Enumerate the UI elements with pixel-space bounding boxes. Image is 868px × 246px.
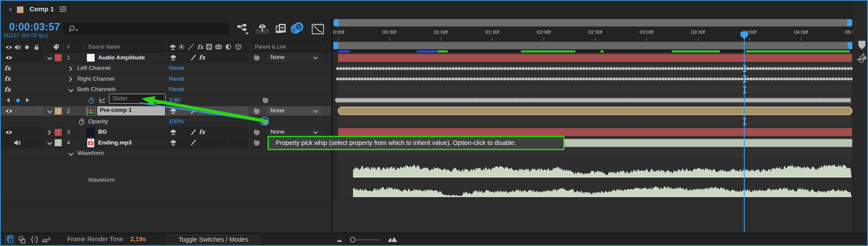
layer-duration-bar[interactable]: [338, 128, 852, 136]
panel-tab-title[interactable]: Comp 1: [30, 5, 54, 13]
video-eye-icon[interactable]: [5, 130, 13, 135]
property-value[interactable]: Reset: [169, 86, 184, 92]
stopwatch-icon[interactable]: [78, 118, 85, 125]
switch-cell[interactable]: [208, 138, 218, 148]
inout-panes-icon[interactable]: [30, 236, 39, 244]
layer-duration-bar[interactable]: [338, 54, 852, 62]
lock-icon[interactable]: [33, 44, 40, 50]
collapse-transformations-icon[interactable]: [178, 43, 185, 50]
navigator-end-handle[interactable]: [847, 19, 852, 26]
shy-layers-icon[interactable]: [254, 23, 270, 35]
solo-icon[interactable]: [24, 45, 30, 50]
expander-chevron-right-icon[interactable]: [68, 76, 74, 82]
panel-timeline-divider[interactable]: [331, 18, 333, 233]
timeline-row[interactable]: [333, 52, 852, 63]
pick-whip-icon[interactable]: [253, 128, 261, 136]
work-area-bar[interactable]: [333, 42, 852, 49]
av-cell[interactable]: [23, 138, 33, 148]
next-keyframe-icon[interactable]: [26, 98, 30, 103]
pick-whip-icon[interactable]: [253, 54, 261, 62]
av-cell[interactable]: [13, 106, 23, 115]
parent-dropdown[interactable]: None: [267, 53, 321, 62]
frame-blending-icon[interactable]: [274, 23, 288, 36]
shy-icon[interactable]: [169, 44, 176, 50]
stopwatch-icon[interactable]: [88, 97, 95, 104]
layer-name[interactable]: Ending.mp3: [98, 139, 132, 146]
av-cell[interactable]: [2, 138, 12, 148]
switch-cell[interactable]: [228, 128, 238, 137]
property-name[interactable]: Left Channel: [77, 65, 111, 71]
work-area-start-handle[interactable]: [333, 42, 338, 49]
current-timecode[interactable]: 0:00:03:57: [9, 21, 60, 33]
expander-chevron-down-icon[interactable]: [47, 141, 53, 146]
close-panel-icon[interactable]: ×: [7, 6, 14, 13]
panel-menu-icon[interactable]: [59, 6, 67, 12]
motion-blur-icon[interactable]: [290, 22, 305, 35]
av-cell[interactable]: [33, 106, 43, 115]
layer-color-chip[interactable]: [55, 54, 62, 61]
av-cell[interactable]: [33, 128, 43, 137]
audio-speaker-icon[interactable]: [14, 140, 20, 146]
switch-cell[interactable]: [178, 138, 188, 148]
property-value[interactable]: Reset: [169, 75, 184, 82]
expander-chevron-down-icon[interactable]: [47, 109, 53, 115]
property-name[interactable]: Right Channel: [77, 75, 115, 82]
timeline-navigator-bar[interactable]: [333, 19, 852, 26]
switch-cell[interactable]: [238, 128, 248, 137]
keyframe-diamond-icon[interactable]: [15, 98, 21, 103]
layer-duration-bar-selected[interactable]: [338, 107, 852, 115]
timeline-row[interactable]: [333, 95, 852, 106]
property-row[interactable]: fxRight ChannelReset: [1, 74, 332, 85]
av-cell[interactable]: [33, 138, 43, 148]
av-cell[interactable]: [33, 53, 43, 62]
switch-cell[interactable]: [198, 106, 208, 115]
switch-cell[interactable]: [228, 106, 238, 115]
av-cell[interactable]: [23, 128, 33, 137]
adjustment-layer-icon[interactable]: [225, 43, 232, 50]
toggle-switches-modes-button[interactable]: Toggle Switches / Modes: [167, 235, 260, 244]
audio-speaker-icon[interactable]: [14, 44, 21, 50]
layer-color-chip[interactable]: [55, 139, 62, 146]
switch-cell[interactable]: [218, 53, 228, 62]
switch-cell[interactable]: [218, 128, 228, 137]
frame-blending-icon[interactable]: [205, 43, 213, 50]
switch-cell[interactable]: [228, 138, 238, 148]
zoom-slider-track[interactable]: [356, 239, 381, 240]
expander-chevron-down-icon[interactable]: [68, 152, 74, 157]
switch-cell[interactable]: [238, 53, 248, 62]
zoom-out-mountain-icon[interactable]: [337, 238, 343, 242]
keyframe-dots-strip[interactable]: [336, 74, 852, 84]
property-name[interactable]: Waveform: [77, 150, 104, 156]
quality-icon[interactable]: [188, 43, 195, 50]
timeline-row[interactable]: [333, 74, 852, 85]
switch-cell[interactable]: [208, 128, 218, 137]
switch-cell[interactable]: [218, 106, 228, 115]
graph-toggle-icon[interactable]: [99, 97, 106, 104]
expander-chevron-right-icon[interactable]: [47, 130, 53, 135]
search-input[interactable]: [63, 23, 229, 35]
quality-icon[interactable]: [190, 139, 197, 146]
property-row[interactable]: Opacity100%: [1, 116, 332, 127]
keyframe-dots-strip[interactable]: [336, 63, 852, 74]
graph-editor-icon[interactable]: [311, 23, 325, 36]
switch-cell[interactable]: [228, 53, 238, 62]
render-time-pane-icon[interactable]: [41, 236, 52, 244]
motion-blur-icon[interactable]: [215, 43, 222, 50]
column-hash[interactable]: #: [67, 44, 70, 50]
av-cell[interactable]: [13, 53, 23, 62]
switch-cell[interactable]: [198, 138, 208, 148]
fx-icon[interactable]: fx: [198, 128, 206, 135]
fx-icon[interactable]: fx: [197, 43, 205, 50]
quality-icon[interactable]: [190, 108, 197, 114]
av-cell[interactable]: [23, 53, 33, 62]
property-value[interactable]: Reset: [169, 65, 184, 71]
work-area-end-handle[interactable]: [848, 42, 852, 49]
property-value[interactable]: 3,60: [169, 97, 180, 103]
pick-whip-icon[interactable]: [253, 139, 261, 147]
shy-icon[interactable]: [170, 129, 177, 135]
layer-color-chip[interactable]: [55, 108, 62, 115]
shy-icon[interactable]: [170, 54, 177, 61]
3d-layer-icon[interactable]: [235, 43, 242, 50]
fx-icon[interactable]: fx: [198, 54, 206, 61]
navigator-start-handle[interactable]: [333, 19, 339, 26]
